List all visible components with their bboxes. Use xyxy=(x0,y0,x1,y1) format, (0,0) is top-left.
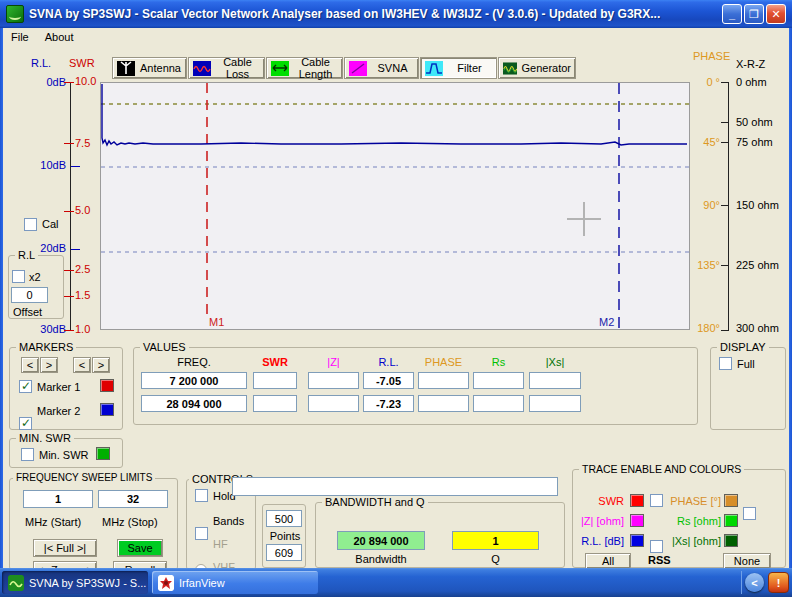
xrz-axis-header: X-R-Z xyxy=(736,58,765,70)
values-title: VALUES xyxy=(140,341,189,353)
freq-value-m1[interactable]: 7 200 000 xyxy=(141,372,247,389)
hf-label: HF xyxy=(213,538,228,550)
tray-chevron-button[interactable]: < xyxy=(745,573,764,592)
command-input[interactable] xyxy=(232,477,558,496)
swr-tickmark xyxy=(64,330,74,331)
bands-checkbox[interactable] xyxy=(195,527,208,540)
menu-about[interactable]: About xyxy=(45,31,74,43)
steps-input[interactable]: 609 xyxy=(266,544,302,561)
ohm-tick-150: 150 ohm xyxy=(736,199,779,211)
trace-rl-swatch[interactable] xyxy=(630,534,644,547)
generator-button[interactable]: Generator xyxy=(498,57,576,79)
hold-checkbox[interactable] xyxy=(195,489,208,502)
trace-swr-label: SWR xyxy=(573,495,624,507)
marker2-color-swatch[interactable] xyxy=(100,403,114,416)
rl-tickmark xyxy=(71,249,80,250)
menu-file[interactable]: File xyxy=(11,31,29,43)
min-swr-group: MIN. SWR Min. SWR xyxy=(9,438,123,468)
ohm-tick-300: 300 ohm xyxy=(736,322,779,334)
cable-loss-button[interactable]: Cable Loss xyxy=(188,57,265,79)
ohm-tick-0: 0 ohm xyxy=(736,76,767,88)
svna-icon xyxy=(349,61,367,76)
cal-label: Cal xyxy=(42,218,59,230)
swr-value-m2 xyxy=(253,395,297,412)
right-axis-line xyxy=(728,82,729,331)
display-group: DISPLAY Full xyxy=(710,347,786,430)
trace-all-button[interactable]: All xyxy=(585,553,631,569)
filter-button[interactable]: Filter xyxy=(420,57,497,79)
x2-checkbox[interactable] xyxy=(12,270,25,283)
trace-z-swatch[interactable] xyxy=(630,514,644,527)
phase-value-m2 xyxy=(418,395,469,412)
save-button[interactable]: Save xyxy=(117,539,163,557)
app-icon xyxy=(6,5,24,23)
full-checkbox[interactable] xyxy=(719,357,732,370)
cable-length-button-label: Cable Length xyxy=(293,56,338,80)
desktop-screen: SVNA by SP3SWJ - Scalar Vector Network A… xyxy=(0,0,792,597)
full-span-button[interactable]: |< Full >| xyxy=(33,539,97,557)
taskbar: SVNA by SP3SWJ - S... IrfanView < ! xyxy=(0,568,792,597)
min-swr-label: Min. SWR xyxy=(39,449,89,461)
q-label: Q xyxy=(452,553,539,565)
marker2-checkbox[interactable] xyxy=(19,417,32,430)
swr-tick-1-5: 1.5 xyxy=(75,289,90,301)
values-header-swr: SWR xyxy=(253,356,297,368)
trace-rs-swatch[interactable] xyxy=(724,514,738,527)
trace-phase-swatch[interactable] xyxy=(724,494,738,507)
values-group: VALUES FREQ. SWR |Z| R.L. PHASE Rs |Xs| … xyxy=(133,347,698,425)
marker2-prev-button[interactable]: < xyxy=(73,357,91,373)
rs-value-m2 xyxy=(473,395,524,412)
maximize-button[interactable]: ❐ xyxy=(744,4,764,24)
plot-canvas xyxy=(101,83,689,329)
sweep-limits-group: FREQUENCY SWEEP LIMITS 1 32 MHz (Start) … xyxy=(9,478,178,570)
marker1-checkbox[interactable] xyxy=(19,380,32,393)
ohm-tick-225: 225 ohm xyxy=(736,259,779,271)
swr-tick-5: 5.0 xyxy=(75,204,90,216)
close-button[interactable]: ✕ xyxy=(766,4,786,24)
swr-tickmark xyxy=(64,270,74,271)
cal-checkbox[interactable] xyxy=(24,218,37,231)
trace-rl-label: R.L. [dB] xyxy=(573,535,624,547)
sweep-plot[interactable]: M1 M2 xyxy=(100,82,690,330)
values-header-z: |Z| xyxy=(308,356,359,368)
minimize-button[interactable]: _ xyxy=(722,4,742,24)
cable-length-button[interactable]: Cable Length xyxy=(266,57,343,79)
security-alert-icon[interactable]: ! xyxy=(768,572,789,593)
marker1-prev-button[interactable]: < xyxy=(21,357,39,373)
trace-xs-label: |Xs| [ohm] xyxy=(661,535,721,547)
marker2-next-button[interactable]: > xyxy=(92,357,110,373)
markers-title: MARKERS xyxy=(16,341,76,353)
points-input[interactable]: 500 xyxy=(266,510,302,527)
min-swr-checkbox[interactable] xyxy=(21,448,34,461)
trace-xs-swatch[interactable] xyxy=(724,534,738,547)
xs-value-m1 xyxy=(529,372,581,389)
trace-phase-checkbox[interactable] xyxy=(743,507,756,520)
stop-freq-input[interactable]: 32 xyxy=(98,490,168,508)
antenna-button[interactable]: Antenna xyxy=(112,57,187,79)
taskbar-task-irfanview[interactable]: IrfanView xyxy=(152,571,318,594)
bands-label: Bands xyxy=(213,515,244,527)
svna-button[interactable]: SVNA xyxy=(344,57,419,79)
trace-none-button[interactable]: None xyxy=(723,553,771,569)
marker1-next-button[interactable]: > xyxy=(40,357,58,373)
start-freq-input[interactable]: 1 xyxy=(23,490,93,508)
trace-phase-label: PHASE [°] xyxy=(661,495,721,507)
q-value: 1 xyxy=(452,531,539,550)
stop-freq-label: MHz (Stop) xyxy=(102,516,158,528)
marker1-label[interactable]: M1 xyxy=(209,316,224,328)
display-title: DISPLAY xyxy=(717,341,769,353)
irfanview-icon xyxy=(158,575,174,591)
marker2-label[interactable]: M2 xyxy=(599,316,614,328)
rl-value-m2: -7.23 xyxy=(363,395,414,412)
z-value-m1 xyxy=(308,372,359,389)
trace-swr-swatch[interactable] xyxy=(630,494,644,507)
window-border-left xyxy=(0,28,3,568)
window-title: SVNA by SP3SWJ - Scalar Vector Network A… xyxy=(29,7,717,21)
marker1-color-swatch[interactable] xyxy=(100,379,114,392)
taskbar-task-svna[interactable]: SVNA by SP3SWJ - S... xyxy=(2,571,148,594)
offset-input[interactable]: 0 xyxy=(11,287,48,303)
generator-icon xyxy=(503,61,517,76)
freq-value-m2[interactable]: 28 094 000 xyxy=(141,395,247,412)
min-swr-color-swatch[interactable] xyxy=(96,447,110,460)
ohm-tick-50: 50 ohm xyxy=(736,116,773,128)
